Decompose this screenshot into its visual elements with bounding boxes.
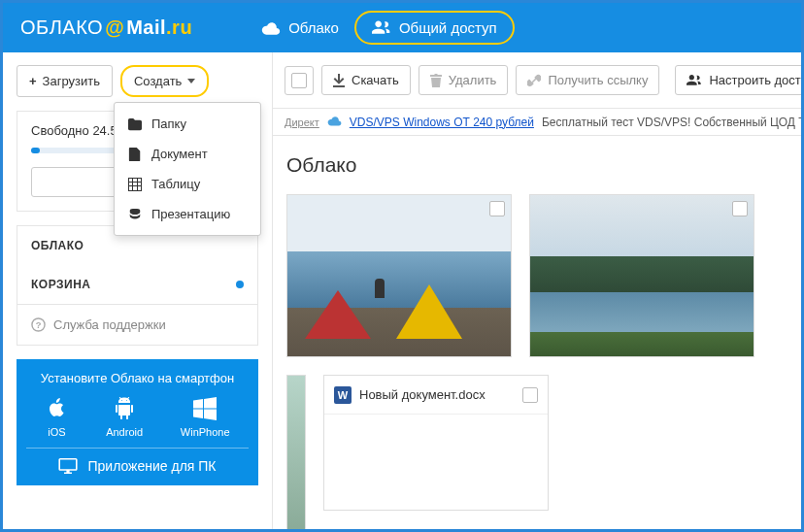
menu-item-presentation[interactable]: Презентацию: [115, 199, 260, 229]
promo-box: Установите Облако на смартфон iOS Androi…: [17, 359, 258, 485]
caret-down-icon: [187, 79, 195, 83]
nav-list: ОБЛАКО КОРЗИНА: [17, 225, 258, 305]
download-button[interactable]: Скачать: [321, 65, 411, 95]
tab-shared[interactable]: Общий доступ: [354, 11, 515, 45]
table-icon: [128, 178, 142, 191]
logo-mail: Mail: [126, 17, 166, 39]
sidebar-actions: + Загрузить Создать Папку Документ Табл: [17, 65, 258, 97]
file-tile-photo-1[interactable]: [286, 194, 512, 357]
upload-label: Загрузить: [43, 74, 100, 88]
menu-item-document[interactable]: Документ: [115, 139, 260, 169]
getlink-button[interactable]: Получить ссылку: [516, 65, 659, 95]
nav-cloud-label: ОБЛАКО: [31, 239, 84, 252]
tent-red: [305, 290, 371, 339]
download-label: Скачать: [352, 73, 399, 87]
apple-icon: [45, 397, 68, 420]
promo-os-row: iOS Android WinPhone: [26, 397, 249, 438]
promo-pc[interactable]: Приложение для ПК: [26, 448, 249, 474]
logo-prefix: ОБЛАКО: [20, 17, 103, 39]
dot-indicator: [236, 281, 244, 288]
menu-item-table[interactable]: Таблицу: [115, 169, 260, 199]
create-menu: Папку Документ Таблицу Презентацию: [114, 102, 261, 236]
tile-checkbox[interactable]: [732, 201, 748, 216]
support-label: Служба поддержки: [53, 317, 166, 332]
presentation-icon: [128, 208, 142, 221]
svg-text:W: W: [338, 389, 349, 401]
menu-label-document: Документ: [151, 147, 208, 161]
svg-text:?: ?: [36, 320, 42, 330]
topnav: Облако Общий доступ: [246, 11, 515, 45]
promo-android[interactable]: Android: [106, 397, 143, 438]
doc-name: Новый документ.docx: [359, 387, 486, 402]
promo-winphone-label: WinPhone: [181, 426, 230, 438]
upload-button[interactable]: + Загрузить: [17, 65, 113, 97]
delete-label: Удалить: [449, 73, 497, 87]
file-tile-doc-1[interactable]: W Новый документ.docx: [323, 375, 549, 511]
person-shape: [375, 279, 385, 298]
configure-access-button[interactable]: Настроить доступ: [675, 65, 801, 95]
tab-cloud[interactable]: Облако: [246, 11, 354, 45]
windows-icon: [193, 397, 217, 420]
file-tile-photo-2[interactable]: [529, 194, 754, 357]
support-link[interactable]: ? Служба поддержки: [17, 305, 258, 346]
logo[interactable]: ОБЛАКО @ Mail .ru: [20, 17, 192, 39]
select-all-checkbox[interactable]: [291, 73, 307, 88]
main: Скачать Удалить Получить ссылку Настроит…: [272, 52, 801, 529]
group-icon: [372, 20, 391, 36]
tile-checkbox[interactable]: [489, 201, 505, 216]
promo-title: Установите Облако на смартфон: [26, 371, 249, 385]
create-label: Создать: [134, 74, 182, 88]
ad-row: Директ VDS/VPS Windows ОТ 240 рублей Бес…: [273, 109, 801, 136]
link-icon: [527, 74, 541, 87]
content: + Загрузить Создать Папку Документ Табл: [3, 52, 801, 529]
promo-ios-label: iOS: [48, 426, 65, 438]
download-icon: [333, 74, 345, 87]
delete-button[interactable]: Удалить: [419, 65, 509, 95]
ad-text: Бесплатный тест VDS/VPS! Собственный ЦОД…: [542, 116, 801, 129]
select-all-wrapper[interactable]: [285, 66, 314, 95]
doc-preview: [324, 415, 548, 512]
topbar: ОБЛАКО @ Mail .ru Облако Общий доступ: [3, 3, 801, 52]
create-button[interactable]: Создать: [120, 65, 209, 97]
promo-ios[interactable]: iOS: [45, 397, 68, 438]
document-icon: [128, 148, 142, 161]
folder-icon: [128, 117, 142, 131]
menu-label-folder: Папку: [151, 116, 186, 131]
help-icon: ?: [31, 317, 46, 332]
menu-label-presentation: Презентацию: [151, 207, 230, 221]
tent-yellow: [396, 284, 462, 339]
promo-winphone[interactable]: WinPhone: [181, 397, 230, 438]
trash-icon: [430, 74, 442, 87]
monitor-icon: [58, 458, 78, 474]
nav-trash-label: КОРЗИНА: [31, 278, 90, 291]
file-grid: W Новый документ.docx Полет.mp4: [273, 194, 801, 529]
menu-label-table: Таблицу: [151, 177, 200, 191]
tab-shared-label: Общий доступ: [399, 19, 497, 36]
tab-cloud-label: Облако: [288, 19, 339, 36]
file-tile-photo-3-partial[interactable]: [286, 375, 306, 529]
promo-pc-label: Приложение для ПК: [87, 458, 216, 474]
cloud-icon: [261, 21, 281, 35]
ad-label[interactable]: Директ: [285, 116, 319, 128]
configure-label: Настроить доступ: [709, 73, 801, 87]
ad-link[interactable]: VDS/VPS Windows ОТ 240 рублей: [350, 116, 534, 129]
storage-bar-fill: [31, 148, 40, 153]
tile-checkbox[interactable]: [522, 387, 538, 403]
android-icon: [113, 397, 136, 420]
nav-trash[interactable]: КОРЗИНА: [17, 265, 257, 304]
sidebar: + Загрузить Создать Папку Документ Табл: [3, 52, 272, 529]
promo-android-label: Android: [106, 426, 143, 438]
ad-cloud-icon: [327, 116, 342, 129]
menu-item-folder[interactable]: Папку: [115, 109, 260, 139]
logo-ru: .ru: [166, 17, 192, 39]
getlink-label: Получить ссылку: [548, 73, 648, 87]
plus-icon: +: [29, 74, 37, 88]
breadcrumb: Облако: [273, 136, 801, 194]
at-icon: @: [105, 17, 124, 39]
word-icon: W: [334, 386, 352, 404]
doc-header: W Новый документ.docx: [324, 376, 548, 415]
toolbar: Скачать Удалить Получить ссылку Настроит…: [273, 52, 801, 109]
people-icon: [687, 75, 702, 86]
